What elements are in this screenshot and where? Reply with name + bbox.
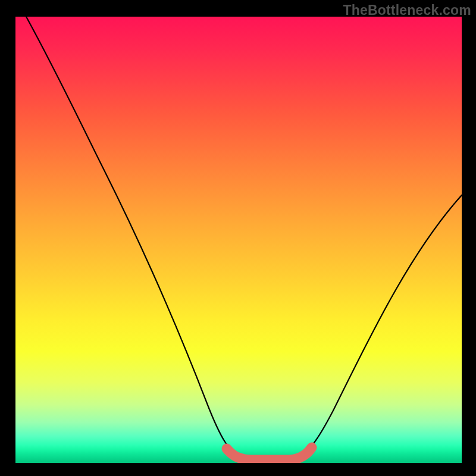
bottleneck-curve-svg bbox=[15, 17, 462, 463]
optimal-zone-highlight bbox=[227, 447, 312, 460]
bottleneck-curve-path bbox=[26, 17, 462, 458]
attribution-watermark: TheBottleneck.com bbox=[343, 2, 471, 18]
chart-plot-area bbox=[15, 17, 462, 463]
